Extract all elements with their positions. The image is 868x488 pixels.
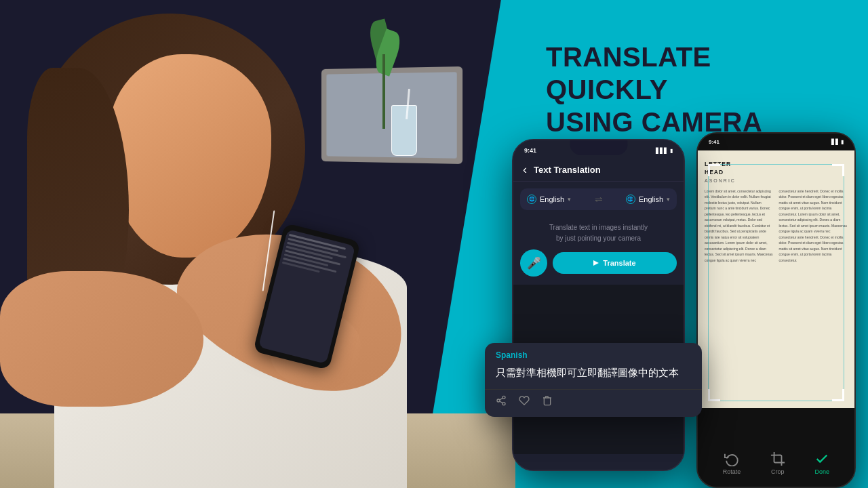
- svg-point-0: [502, 396, 505, 399]
- header-title: Text Translation: [534, 165, 601, 175]
- phone2-mid-area: [698, 408, 854, 442]
- phone2-signal: ▋▋ ▮: [831, 139, 844, 145]
- result-actions: [485, 389, 702, 417]
- crop-action[interactable]: Crop: [770, 451, 785, 475]
- svg-line-4: [500, 398, 503, 400]
- scan-frame: [708, 164, 844, 401]
- lang-from-label: English: [540, 195, 564, 203]
- headline-line2: USING CAMERA: [546, 107, 762, 137]
- arm-left: [0, 271, 203, 407]
- translation-result-card: Spanish 只需對準相機即可立即翻譯圖像中的文本: [485, 343, 702, 417]
- crop-icon: [770, 451, 785, 466]
- status-icons: ▋▋▋ ▮: [656, 148, 673, 154]
- corner-br: [832, 389, 844, 401]
- battery-icon: ▮: [670, 148, 673, 154]
- action-buttons: 🎤 Translate: [513, 249, 684, 285]
- delete-button[interactable]: [542, 395, 553, 409]
- done-action[interactable]: Done: [814, 451, 829, 475]
- phone-screen: 9:41 ▋▋▋ ▮ ‹ Text Translation 🌐 English …: [513, 140, 684, 470]
- checkmark-icon: [814, 451, 829, 466]
- phone-mockup-2: 9:41 ▋▋ ▮ LETTERHEAD ASONRIC Lorem dolor…: [696, 132, 856, 488]
- corner-tl: [708, 164, 720, 176]
- document-area: LETTERHEAD ASONRIC Lorem dolor sit amet,…: [698, 150, 854, 408]
- status-time: 9:41: [524, 147, 536, 154]
- back-arrow[interactable]: ‹: [523, 163, 527, 176]
- globe-icon-from: 🌐: [527, 195, 536, 204]
- share-button[interactable]: [496, 395, 507, 409]
- lang-to-container: 🌐 English ▾: [626, 195, 670, 204]
- swap-icon[interactable]: ⇌: [595, 194, 603, 205]
- lang-selector[interactable]: 🌐 English ▾ ⇌ 🌐 English ▾: [520, 188, 677, 210]
- phone2-time: 9:41: [709, 139, 719, 145]
- corner-tr: [832, 164, 844, 176]
- svg-line-3: [500, 401, 503, 403]
- rotate-icon: [724, 451, 739, 466]
- heart-icon: [519, 395, 530, 406]
- globe-icon-to: 🌐: [626, 195, 635, 204]
- headline-line1: TRANSLATE QUICKLY: [546, 42, 711, 104]
- desc-line1: Translate text in images instantly: [521, 222, 675, 233]
- desc-line2: by just pointing your camera: [521, 233, 675, 244]
- corner-bl: [708, 389, 720, 401]
- drink-glass: [391, 105, 417, 156]
- share-icon: [496, 395, 507, 406]
- rotate-action[interactable]: Rotate: [723, 451, 741, 475]
- trash-icon: [542, 395, 553, 406]
- phone2-toolbar: Rotate Crop Done: [698, 439, 854, 487]
- chevron-to: ▾: [667, 196, 670, 203]
- phone-mockup-1: 9:41 ▋▋▋ ▮ ‹ Text Translation 🌐 English …: [512, 139, 685, 471]
- photo-area: [0, 0, 515, 488]
- wifi-icon: ▋▋▋: [656, 148, 668, 154]
- mic-icon: 🎤: [527, 256, 541, 270]
- translate-description: Translate text in images instantly by ju…: [513, 214, 684, 249]
- plant-stem: [382, 54, 385, 129]
- chevron-from: ▾: [568, 196, 571, 203]
- result-language: Spanish: [485, 343, 702, 363]
- svg-point-2: [502, 403, 505, 405]
- favorite-button[interactable]: [519, 395, 530, 409]
- lang-from-container: 🌐 English ▾: [527, 195, 571, 204]
- result-text: 只需對準相機即可立即翻譯圖像中的文本: [485, 363, 702, 389]
- phone-header: ‹ Text Translation: [513, 158, 684, 182]
- crop-label: Crop: [771, 468, 785, 475]
- phone-notch: [570, 140, 627, 155]
- translate-btn-label: Translate: [603, 259, 635, 267]
- play-icon: [593, 260, 599, 266]
- lang-to-label: English: [639, 195, 663, 203]
- translate-button[interactable]: Translate: [553, 252, 677, 274]
- mic-button[interactable]: 🎤: [520, 249, 547, 277]
- done-label: Done: [814, 468, 829, 475]
- rotate-label: Rotate: [723, 468, 741, 475]
- svg-point-1: [497, 399, 500, 402]
- headline: TRANSLATE QUICKLY USING CAMERA: [546, 41, 831, 138]
